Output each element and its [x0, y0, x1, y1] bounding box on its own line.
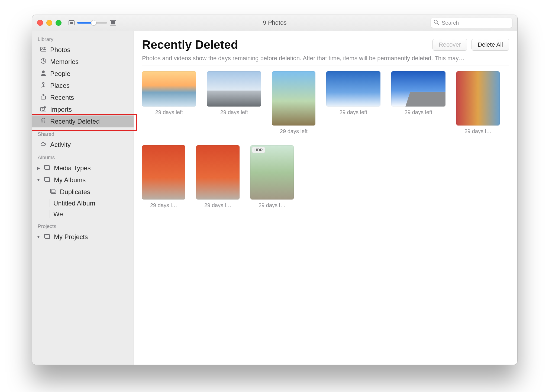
photo-thumbnail[interactable] [391, 71, 445, 107]
photo-thumbnail[interactable] [326, 71, 380, 107]
svg-point-14 [44, 106, 45, 107]
sidebar-item-places[interactable]: Places [32, 80, 134, 92]
photo-caption: 29 days l… [259, 202, 286, 208]
photos-app-window: 9 Photos LibraryPhotosMemoriesPeoplePlac… [32, 15, 518, 365]
photo-caption: 29 days left [405, 109, 432, 115]
photo-cell[interactable]: 29 days l… [196, 145, 240, 208]
photo-cell[interactable]: 29 days left [391, 71, 445, 134]
delete-all-button[interactable]: Delete All [472, 39, 509, 51]
search-input[interactable] [441, 20, 511, 26]
photo-thumbnail[interactable] [207, 71, 261, 107]
photo-cell[interactable]: HDR29 days l… [250, 145, 294, 208]
swatch-icon [50, 210, 50, 218]
photo-thumbnail[interactable] [456, 71, 500, 126]
memories-icon [40, 57, 47, 66]
sidebar: LibraryPhotosMemoriesPeoplePlacesRecents… [32, 31, 134, 365]
svg-point-13 [42, 108, 45, 111]
sidebar-item-label: My Albums [54, 176, 86, 184]
sidebar-item-label: Recently Deleted [50, 118, 100, 125]
swatch-icon [50, 200, 50, 207]
thumbnail-size-tool [69, 20, 116, 25]
sidebar-item-label: Untitled Album [53, 200, 95, 207]
svg-rect-11 [41, 96, 46, 99]
hdr-badge: HDR [252, 147, 265, 153]
photo-cell[interactable]: 29 days l… [456, 71, 500, 134]
sidebar-item-people[interactable]: People [32, 68, 134, 80]
zoom-window-button[interactable] [56, 20, 62, 26]
divider [142, 66, 509, 66]
sidebar-item-label: Memories [50, 58, 79, 66]
photo-thumbnail[interactable]: HDR [250, 145, 294, 200]
sidebar-item-recently-deleted[interactable]: Recently Deleted [32, 115, 134, 127]
photo-thumbnail[interactable] [272, 71, 315, 126]
photo-cell[interactable]: 29 days left [272, 71, 315, 134]
sidebar-item-media-types[interactable]: ▶Media Types [32, 162, 134, 174]
sidebar-item-my-projects[interactable]: ▼My Projects [32, 231, 134, 243]
search-icon [434, 20, 439, 26]
sidebar-item-label: Photos [50, 46, 70, 54]
people-icon [40, 69, 47, 78]
sidebar-item-label: My Projects [54, 233, 88, 241]
content-area: Recently Deleted Recover Delete All Phot… [134, 31, 517, 365]
sidebar-item-memories[interactable]: Memories [32, 56, 134, 68]
disclosure-down-icon[interactable]: ▼ [37, 235, 40, 239]
thumbnail-small-icon[interactable] [69, 20, 75, 25]
svg-rect-1 [70, 22, 73, 24]
album-stack-icon [50, 188, 57, 196]
recover-button[interactable]: Recover [432, 39, 467, 51]
photo-thumbnail[interactable] [142, 145, 185, 200]
sidebar-item-photos[interactable]: Photos [32, 44, 134, 56]
sidebar-item-activity[interactable]: Activity [32, 139, 134, 151]
sidebar-item-label: Activity [50, 141, 71, 149]
album-group-icon [44, 176, 51, 184]
sidebar-item-label: Imports [50, 106, 72, 113]
photo-caption: 29 days l… [150, 202, 177, 208]
thumbnail-size-slider[interactable] [77, 22, 107, 24]
sidebar-item-label: Media Types [54, 164, 91, 172]
page-title: Recently Deleted [142, 38, 238, 52]
svg-point-7 [44, 48, 45, 49]
album-group-icon [44, 164, 51, 172]
sidebar-item-my-albums[interactable]: ▼My Albums [32, 174, 134, 186]
titlebar: 9 Photos [32, 15, 517, 31]
trash-icon [40, 117, 47, 126]
sidebar-section-shared: Shared [32, 127, 134, 139]
photo-thumbnail[interactable] [142, 71, 196, 107]
photo-caption: 29 days l… [204, 202, 231, 208]
sidebar-item-label: We [53, 210, 63, 218]
svg-rect-3 [111, 21, 115, 24]
sidebar-item-label: Places [50, 82, 70, 89]
search-field[interactable] [431, 18, 512, 28]
window-controls [37, 20, 62, 26]
sidebar-item-label: Recents [50, 94, 74, 101]
photos-icon [40, 46, 47, 54]
photo-cell[interactable]: 29 days l… [142, 145, 185, 208]
minimize-window-button[interactable] [46, 20, 52, 26]
sidebar-item-untitled-album[interactable]: Untitled Album [32, 198, 134, 209]
sidebar-item-we[interactable]: We [32, 209, 134, 220]
sidebar-item-recents[interactable]: Recents [32, 92, 134, 104]
svg-point-4 [434, 20, 437, 23]
svg-point-9 [42, 70, 45, 73]
photo-cell[interactable]: 29 days left [207, 71, 261, 134]
photo-cell[interactable]: 29 days left [142, 71, 196, 134]
sidebar-item-label: Duplicates [60, 188, 90, 196]
sidebar-section-albums: Albums [32, 151, 134, 162]
photo-caption: 29 days left [340, 109, 367, 115]
disclosure-down-icon[interactable]: ▼ [37, 178, 40, 182]
sidebar-item-label: People [50, 70, 70, 78]
sidebar-item-imports[interactable]: Imports [32, 104, 134, 115]
photo-caption: 29 days left [220, 109, 248, 115]
disclosure-right-icon[interactable]: ▶ [37, 166, 40, 170]
cloud-icon [40, 140, 47, 149]
thumbnail-large-icon[interactable] [110, 20, 116, 25]
places-icon [40, 81, 47, 90]
album-group-icon [44, 233, 51, 241]
photo-grid: 29 days left29 days left29 days left29 d… [142, 71, 509, 208]
close-window-button[interactable] [37, 20, 43, 26]
photo-cell[interactable]: 29 days left [326, 71, 380, 134]
photo-caption: 29 days left [155, 109, 183, 115]
photo-thumbnail[interactable] [196, 145, 240, 200]
recents-icon [40, 93, 47, 102]
sidebar-item-duplicates[interactable]: Duplicates [32, 186, 134, 198]
